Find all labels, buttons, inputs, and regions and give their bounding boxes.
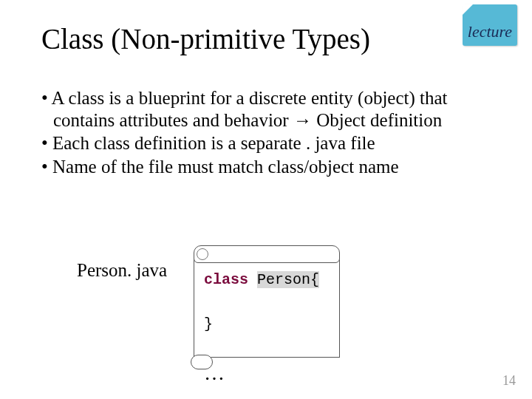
filename-label: Person. java [77,260,167,281]
badge-text: lecture [468,22,512,41]
code-keyword: class [204,271,248,288]
lecture-badge: lecture [463,4,517,46]
code-close-brace: } [204,316,213,332]
code-scroll: class Person{ } … [194,244,341,369]
slide: lecture Class (Non-primitive Types) • A … [0,0,532,399]
badge-corner [463,4,473,15]
code-block: class Person{ } … [204,269,319,389]
slide-title: Class (Non-primitive Types) [41,22,370,55]
code-ellipsis: … [204,361,225,384]
scroll-top-roll [194,245,340,263]
bullet-item: • Name of the file must match class/obje… [41,156,492,178]
bullet-item: • Each class definition is a separate . … [41,132,492,154]
bullet-list: • A class is a blueprint for a discrete … [41,87,492,179]
page-number: 14 [502,373,516,389]
bullet-item: • A class is a blueprint for a discrete … [41,87,492,131]
code-classname: Person{ [257,271,319,288]
